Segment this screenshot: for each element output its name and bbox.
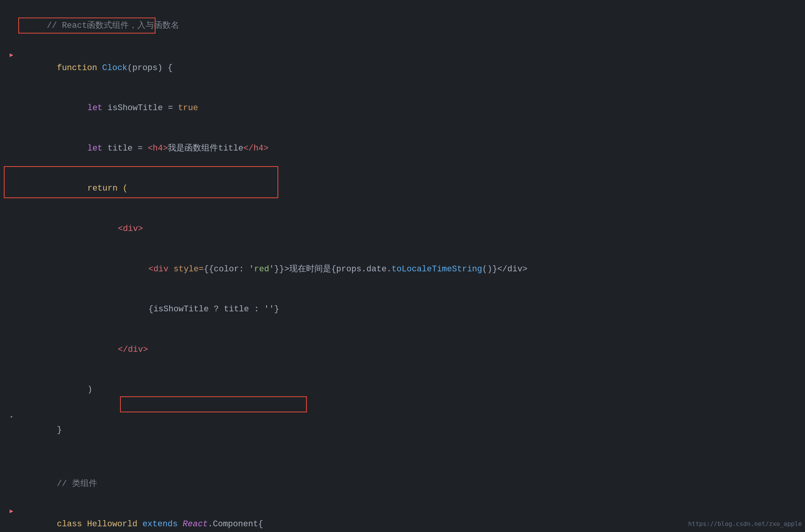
code-line-6: <div style={{color: 'red'}}>现在时间是{props.… — [0, 249, 805, 289]
url-text: https://blog.csdn.net/zxo_apple — [688, 520, 802, 527]
line-content-1: function Clock(props) { — [27, 48, 797, 88]
func-name: Clock — [102, 63, 127, 73]
code-line-9: ) — [0, 370, 805, 410]
line-content-12: // 类组件 — [27, 464, 797, 504]
code-editor: // React函数式组件，入与函数名 ▶ function Clock(pro… — [0, 0, 805, 532]
keyword-function: function — [57, 63, 102, 73]
top-comment-line: // React函数式组件，入与函数名 — [0, 4, 805, 48]
code-line-1: ▶ function Clock(props) { — [0, 48, 805, 88]
line-content-8: </div> — [27, 330, 797, 370]
line-content-4: return ( — [27, 168, 797, 209]
line-content-6: <div style={{color: 'red'}}>现在时间是{props.… — [27, 249, 797, 289]
params: (props) { — [127, 63, 173, 73]
url-bar: https://blog.csdn.net/zxo_apple — [688, 519, 802, 529]
line-content-empty — [27, 450, 797, 463]
code-line-5: <div> — [0, 209, 805, 249]
code-line-10: • } — [0, 410, 805, 450]
line-content-10: } — [27, 410, 797, 450]
gutter-1: ▶ — [4, 51, 19, 61]
line-content-7: {isShowTitle ? title : ''} — [27, 289, 797, 330]
code-line-3: let title = <h4>我是函数组件title</h4> — [0, 128, 805, 169]
gutter-13: ▶ — [4, 507, 19, 517]
line-content-9: ) — [27, 370, 797, 410]
line-content-3: let title = <h4>我是函数组件title</h4> — [27, 128, 797, 169]
gutter-10: • — [4, 413, 19, 423]
line-content-2: let isShowTitle = true — [27, 88, 797, 128]
line-content-13: class Helloworld extends React.Component… — [27, 504, 797, 532]
let-1: let — [87, 103, 107, 113]
code-line-7: {isShowTitle ? title : ''} — [0, 289, 805, 330]
code-line-12: // 类组件 — [0, 464, 805, 504]
arrow-icon-1: ▶ — [10, 51, 13, 61]
dot-icon-10: • — [10, 413, 13, 423]
code-line-8: </div> — [0, 330, 805, 370]
arrow-icon-13: ▶ — [10, 507, 13, 517]
code-line-empty — [0, 450, 805, 464]
line-content-5: <div> — [27, 209, 797, 249]
code-line-4: return ( — [0, 168, 805, 209]
code-line-2: let isShowTitle = true — [0, 88, 805, 128]
code-line-13: ▶ class Helloworld extends React.Compone… — [0, 504, 805, 532]
comment-text: // React函数式组件，入与函数名 — [47, 21, 180, 30]
